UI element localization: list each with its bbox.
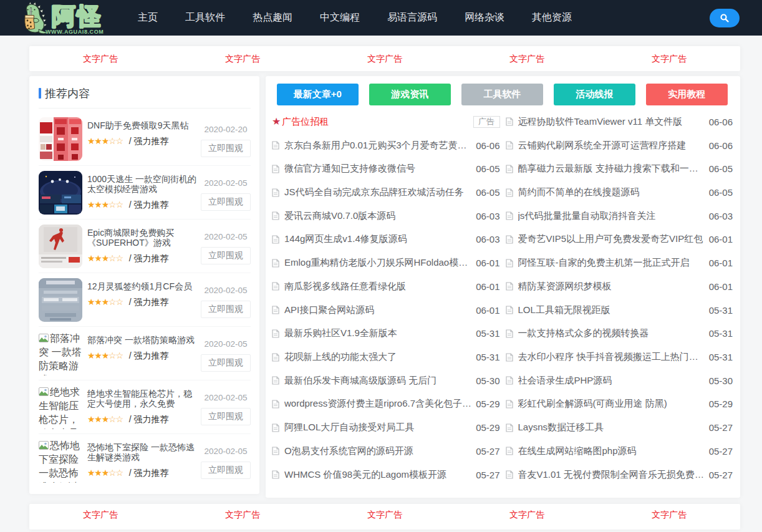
svg-text:阿怪: 阿怪 bbox=[52, 3, 103, 29]
